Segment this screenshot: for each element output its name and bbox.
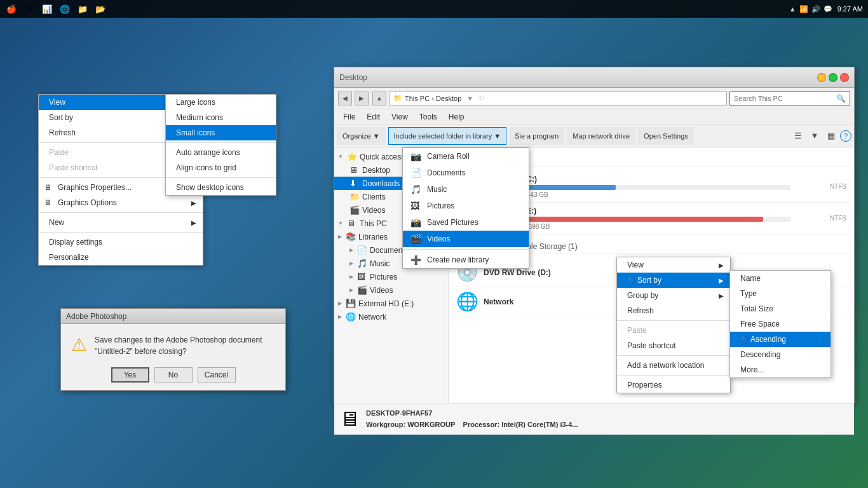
computer-info-bar: 🖥 DESKTOP-9FHAF57 Workgroup: WORKGROUP P… xyxy=(334,403,854,435)
taskbar-right: ▲ 📶 🔊 💬 9:27 AM xyxy=(789,5,863,13)
menu-view[interactable]: View xyxy=(386,111,413,123)
sortby-freespace-label: Free Space xyxy=(740,320,780,329)
view-auto-arrange[interactable]: Auto arrange icons xyxy=(166,145,276,160)
minimize-button[interactable] xyxy=(817,73,826,82)
library-button[interactable]: Include selected folder in library ▼ xyxy=(388,127,507,145)
drive-ctx-pasteshortcut-label: Paste shortcut xyxy=(627,341,676,350)
drive-ctx-view[interactable]: View ▶ xyxy=(617,257,730,273)
taskbar-sys-icons: ▲ 📶 🔊 💬 xyxy=(789,5,832,13)
close-button[interactable] xyxy=(840,73,849,82)
forward-button[interactable]: ▶ xyxy=(355,92,369,105)
lib-create-label: Create new library xyxy=(427,255,489,264)
address-dropdown-icon[interactable]: ▼ xyxy=(466,95,473,102)
settings-icon[interactable]: ⚙ xyxy=(23,3,36,15)
ctx-new-label: New xyxy=(49,218,64,227)
view-large-icons[interactable]: Large icons xyxy=(166,95,276,110)
lib-create-new[interactable]: ➕ Create new library xyxy=(403,252,529,268)
drive-ctx-sep1 xyxy=(617,320,730,321)
sortby-totalsize[interactable]: Total Size xyxy=(730,301,831,316)
menu-edit[interactable]: Edit xyxy=(362,111,385,123)
ctx-new[interactable]: New ▶ xyxy=(39,215,203,230)
browser-icon[interactable]: 🌐 xyxy=(58,3,71,15)
quickaccess-arrow: ▼ xyxy=(338,154,343,159)
sortby-name[interactable]: Name xyxy=(730,271,831,286)
sidebar-item-pictures[interactable]: ▶ 🖼 Pictures xyxy=(334,270,448,283)
drive-ctx-sortby-icon: 🔵 xyxy=(627,277,635,284)
sidebar-item-externalhd[interactable]: ▶ 💾 External HD (E:) xyxy=(334,297,448,310)
maximize-button[interactable] xyxy=(829,73,837,82)
ps-dialog-message2: "Untitled-2" before closing? xyxy=(95,347,187,356)
view-preview-icon[interactable]: ▦ xyxy=(824,128,839,144)
organize-button[interactable]: Organize ▼ xyxy=(337,127,386,145)
view-align-icons[interactable]: Align icons to grid xyxy=(166,160,276,175)
drive-ctx-paste[interactable]: Paste xyxy=(617,323,730,338)
address-bar[interactable]: 📁 This PC › Desktop ▼ ↻ xyxy=(389,92,727,105)
search-box[interactable]: 🔍 xyxy=(729,92,850,105)
menu-tools[interactable]: Tools xyxy=(414,111,442,123)
drive-ctx-add-network[interactable]: Add a network location xyxy=(617,358,730,373)
ps-cancel-button[interactable]: Cancel xyxy=(198,367,236,383)
sortby-type[interactable]: Type xyxy=(730,286,831,301)
up-button[interactable]: ▲ xyxy=(372,92,386,105)
ps-no-button[interactable]: No xyxy=(154,367,193,383)
ctx-personalize[interactable]: Personalize xyxy=(39,250,203,265)
search-input[interactable] xyxy=(734,95,834,102)
videos2-label: Videos xyxy=(370,286,393,295)
ps-dialog-title-text: Adobe Photoshop xyxy=(66,312,126,321)
ps-yes-button[interactable]: Yes xyxy=(111,367,149,383)
drive-ctx-groupby[interactable]: Group by ▶ xyxy=(617,288,730,303)
view-medium-icons[interactable]: Medium icons xyxy=(166,110,276,125)
sortby-freespace[interactable]: Free Space xyxy=(730,316,831,332)
drive-c-type: NTFS xyxy=(796,183,846,190)
sortby-ascending-label: Ascending xyxy=(750,335,786,344)
lib-camera-roll-label: Camera Roll xyxy=(427,152,470,161)
map-drive-button[interactable]: Map network drive xyxy=(567,127,635,145)
menu-help[interactable]: Help xyxy=(444,111,470,123)
folder-icon[interactable]: 📂 xyxy=(94,3,107,15)
drive-ctx-pasteshortcut[interactable]: Paste shortcut xyxy=(617,338,730,353)
menu-file[interactable]: File xyxy=(338,111,360,123)
sortby-descending[interactable]: Descending xyxy=(730,347,831,362)
lib-saved-pictures[interactable]: 📸 Saved Pictures xyxy=(403,214,529,231)
libraries-arrow: ▶ xyxy=(338,234,342,240)
drive-ctx-refresh[interactable]: Refresh xyxy=(617,303,730,318)
help-icon[interactable]: ? xyxy=(840,130,851,142)
sidebar-item-network[interactable]: ▶ 🌐 Network xyxy=(334,310,448,323)
lib-pictures[interactable]: 🖼 Pictures xyxy=(403,198,529,214)
lib-documents[interactable]: 📄 Documents xyxy=(403,165,529,181)
quickaccess-label: Quick access xyxy=(360,152,405,161)
lib-camera-roll[interactable]: 📷 Camera Roll xyxy=(403,148,529,165)
lib-music[interactable]: 🎵 Music xyxy=(403,181,529,198)
ctx-graphics-options[interactable]: 🖥 Graphics Options ▶ xyxy=(39,195,203,210)
sortby-more[interactable]: More... xyxy=(730,362,831,377)
refresh-address-icon[interactable]: ↻ xyxy=(478,94,484,102)
view-list-icon[interactable]: ☰ xyxy=(790,128,806,144)
ctx-sep4 xyxy=(39,232,203,233)
thispc-label: This PC xyxy=(360,219,387,228)
network-status-icon[interactable]: 📶 xyxy=(799,5,808,13)
open-settings-button[interactable]: Open Settings xyxy=(638,127,694,145)
share-program-button[interactable]: Sie a program xyxy=(509,127,564,145)
back-button[interactable]: ◀ xyxy=(338,92,352,105)
ctx-display-settings[interactable]: Display settings xyxy=(39,234,203,250)
files-icon[interactable]: 📁 xyxy=(76,3,89,15)
drive-context-menu: View ▶ 🔵 Sort by ▶ Group by ▶ Refresh Pa… xyxy=(616,257,731,393)
drive-ctx-properties[interactable]: Properties xyxy=(617,377,730,393)
lib-pictures-icon: 🖼 xyxy=(410,201,422,211)
videos2-arrow: ▶ xyxy=(349,287,353,293)
notification-icon[interactable]: 💬 xyxy=(824,5,832,13)
view-show-desktop-icons[interactable]: Show desktop icons xyxy=(166,180,276,195)
drive-ctx-paste-label: Paste xyxy=(627,326,647,335)
lib-videos[interactable]: 🎬 Videos xyxy=(403,231,529,247)
expand-icon[interactable]: ▲ xyxy=(789,5,796,13)
view-dropdown-icon[interactable]: ▼ xyxy=(807,128,822,144)
sortby-ascending[interactable]: 🔵 Ascending xyxy=(730,332,831,347)
view-small-icons[interactable]: Small icons xyxy=(166,125,276,140)
ctx-sortby-label: Sort by xyxy=(49,113,73,122)
calculator-icon[interactable]: 📊 xyxy=(41,3,53,15)
sidebar-item-videos2[interactable]: ▶ 🎬 Videos xyxy=(334,283,448,297)
apple-icon[interactable]: 🍎 xyxy=(5,3,18,15)
volume-icon[interactable]: 🔊 xyxy=(811,5,820,13)
desktop[interactable]: 🍎 ⚙ 📊 🌐 📁 📂 ▲ 📶 🔊 💬 9:27 AM Desktop xyxy=(0,0,868,488)
drive-ctx-sortby[interactable]: 🔵 Sort by ▶ xyxy=(617,273,730,288)
